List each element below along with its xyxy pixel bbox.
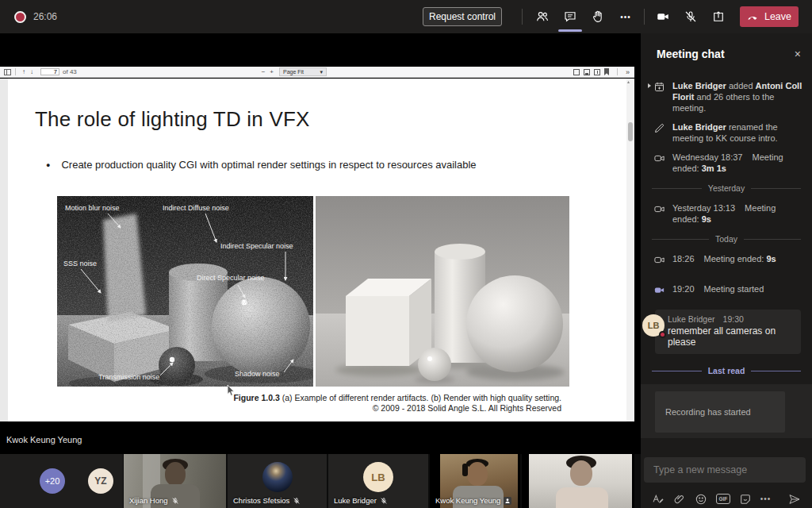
gif-icon: GIF: [716, 494, 730, 504]
toolbar-divider: [644, 9, 645, 25]
recording-banner-panel: Recording has started: [641, 384, 812, 438]
emoji-button[interactable]: [695, 493, 707, 506]
mouse-cursor-icon: [227, 385, 235, 397]
expand-chevron-icon[interactable]: [648, 83, 651, 88]
meeting-top-bar: 26:06 Request control •••: [0, 0, 812, 33]
attach-button[interactable]: [673, 493, 686, 506]
overflow-participants-tile[interactable]: +20 YZ: [0, 454, 123, 508]
zoom-in-button[interactable]: +: [267, 68, 276, 75]
toggle-sidebar-icon[interactable]: [4, 69, 11, 75]
zoom-out-button[interactable]: −: [259, 68, 268, 75]
ellipsis-icon: •••: [620, 13, 631, 21]
previous-page-button[interactable]: ↑: [20, 68, 28, 75]
pdf-viewer-toolbar: ↑ ↓ of 43 − + Page Fit ▾ »: [0, 67, 634, 78]
calendar-add-icon: [653, 80, 672, 114]
message-time: 19:30: [723, 314, 744, 324]
last-read-divider: Last read: [641, 360, 812, 381]
compose-area: GIF •••: [641, 457, 812, 508]
message-input[interactable]: [644, 457, 806, 483]
participant-tile-luke-bridger[interactable]: LB Luke Bridger: [328, 454, 428, 508]
chat-event-meeting-ended: Yesterday 13:13Meeting ended: 9s: [641, 198, 812, 229]
avatar: LB: [642, 314, 665, 337]
participant-tile-video[interactable]: [522, 454, 634, 508]
avatar[interactable]: YZ: [88, 468, 113, 494]
close-icon[interactable]: ×: [795, 48, 801, 60]
participant-tile-xijian-hong[interactable]: Xijian Hong: [124, 454, 226, 508]
send-button[interactable]: [788, 493, 801, 506]
meeting-controls-right: [653, 7, 728, 26]
chat-event-renamed: Luke Bridger renamed the meeting to KK c…: [641, 117, 812, 148]
print-icon[interactable]: [584, 69, 590, 75]
recording-banner: Recording has started: [655, 391, 785, 433]
bookmark-icon[interactable]: [604, 68, 609, 75]
mic-toggle-button[interactable]: [681, 7, 700, 26]
slide-title: The role of lighting TD in VFX: [35, 107, 310, 132]
scrollbar-thumb[interactable]: [628, 122, 633, 141]
camera-icon: [653, 202, 672, 225]
share-screen-button[interactable]: [709, 7, 728, 26]
leave-label: Leave: [764, 11, 791, 22]
people-icon: [535, 10, 550, 24]
format-button[interactable]: [652, 493, 665, 506]
chat-message: LB Luke Bridger 19:30 remember all camer…: [642, 310, 801, 354]
label-sss-noise: SSS noise: [63, 260, 97, 267]
ellipsis-icon: •••: [760, 495, 772, 503]
figure-caption: Figure 1.0.3 (a) Example of different re…: [49, 393, 561, 414]
label-direct-specular-noise: Direct Specular noise: [197, 274, 265, 282]
overflow-count-avatar[interactable]: +20: [40, 468, 65, 494]
zoom-level-value: Page Fit: [283, 69, 304, 75]
date-divider-today: Today: [641, 229, 812, 249]
download-icon[interactable]: [594, 69, 600, 75]
avatar: [262, 462, 293, 492]
zoom-level-select[interactable]: Page Fit ▾: [279, 67, 327, 76]
label-shadow-noise: Shadow noise: [235, 370, 280, 378]
page-count-label: of 43: [63, 68, 77, 75]
caption-figure-number: Figure 1.0.3: [233, 393, 279, 402]
meeting-chat-panel: Meeting chat × Luke Bridger added Antoni…: [641, 33, 812, 508]
gif-button[interactable]: GIF: [716, 494, 730, 504]
label-motion-blur-noise: Motion blur noise: [65, 204, 120, 212]
pdf-toolbar-right: »: [573, 68, 630, 76]
participant-strip: +20 YZ Xijian Hong Christos Sfetsios LB …: [0, 454, 641, 508]
paperclip-icon: [673, 493, 686, 506]
next-page-button[interactable]: ↓: [28, 68, 36, 75]
message-bubble: Luke Bridger 19:30 remember all cameras …: [655, 310, 801, 354]
presenter-name-label: Kwok Keung Yeung: [6, 435, 82, 444]
mic-muted-icon: [171, 497, 179, 505]
participant-name: Kwok Keung Yeung: [435, 496, 500, 505]
leave-button[interactable]: Leave: [740, 6, 799, 27]
chat-icon: [563, 10, 577, 24]
chat-message-list[interactable]: Luke Bridger added Antoni Coll Florit an…: [641, 76, 812, 457]
caption-text: (a) Example of different render artifact…: [280, 393, 561, 402]
participant-tile-kwok-keung-yeung[interactable]: Kwok Keung Yeung: [430, 454, 520, 508]
page-number-input[interactable]: [40, 68, 59, 75]
chevron-down-icon: ▾: [320, 69, 323, 75]
participants-button[interactable]: [533, 7, 552, 26]
more-compose-button[interactable]: •••: [760, 495, 772, 503]
message-author: Luke Bridger: [668, 314, 715, 324]
presence-busy-icon: [659, 331, 666, 338]
video-feed: [529, 454, 632, 508]
figure-images: Motion blur noise Indirect Diffuse noise…: [57, 196, 569, 387]
camera-toggle-button[interactable]: [653, 7, 672, 26]
raise-hand-button[interactable]: [588, 7, 607, 26]
bullet-text: Create production quality CGI with optim…: [61, 159, 476, 171]
more-options-button[interactable]: •••: [616, 7, 635, 26]
participant-name: Christos Sfetsios: [233, 496, 289, 505]
profile-badge-icon: [504, 497, 511, 505]
message-text: remember all cameras on please: [668, 325, 793, 348]
chat-header: Meeting chat ×: [641, 33, 812, 60]
compose-toolbar: GIF •••: [644, 483, 806, 508]
toolbar-divider: [522, 9, 523, 25]
request-control-button[interactable]: Request control: [423, 7, 502, 26]
more-tools-icon[interactable]: »: [626, 68, 630, 76]
chat-button[interactable]: [561, 7, 580, 26]
scroll-up-icon[interactable]: ▾: [627, 80, 630, 86]
chat-event-meeting-started: 19:20Meeting started: [641, 279, 812, 303]
pdf-scrollbar[interactable]: ▾: [626, 79, 634, 421]
presentation-mode-icon[interactable]: [573, 69, 580, 75]
participant-tile-christos-sfetsios[interactable]: Christos Sfetsios: [228, 454, 327, 508]
mic-muted-icon: [684, 10, 698, 24]
sticker-button[interactable]: [739, 493, 752, 506]
teams-meeting-window: 26:06 Request control •••: [0, 0, 812, 508]
